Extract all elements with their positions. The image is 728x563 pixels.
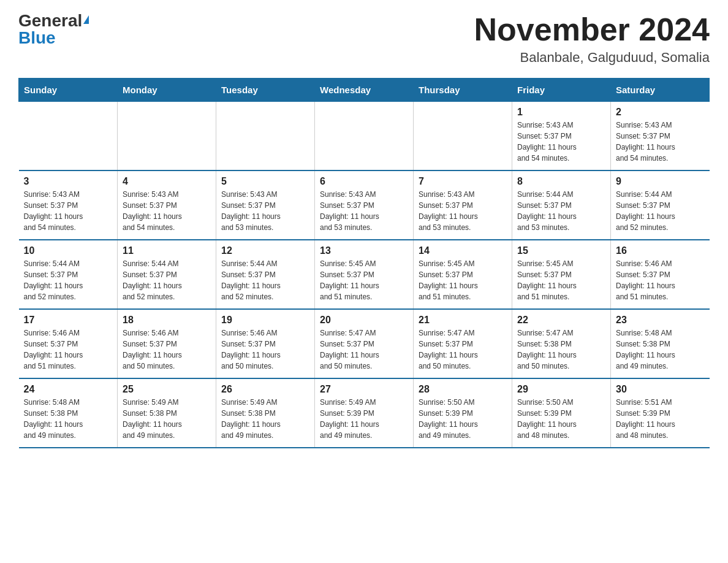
day-number: 14 <box>419 245 507 256</box>
day-number: 2 <box>616 107 705 118</box>
day-info: Sunrise: 5:45 AMSunset: 5:37 PMDaylight:… <box>320 258 408 302</box>
calendar-cell: 1Sunrise: 5:43 AMSunset: 5:37 PMDaylight… <box>512 102 611 171</box>
day-info: Sunrise: 5:44 AMSunset: 5:37 PMDaylight:… <box>517 189 605 233</box>
calendar-cell: 12Sunrise: 5:44 AMSunset: 5:37 PMDayligh… <box>216 240 315 309</box>
day-info: Sunrise: 5:44 AMSunset: 5:37 PMDaylight:… <box>24 258 113 302</box>
day-number: 9 <box>616 176 705 187</box>
header-thursday: Thursday <box>414 79 512 102</box>
day-number: 28 <box>419 384 507 395</box>
calendar-cell: 8Sunrise: 5:44 AMSunset: 5:37 PMDaylight… <box>512 170 611 240</box>
calendar-cell: 3Sunrise: 5:43 AMSunset: 5:37 PMDaylight… <box>19 170 118 240</box>
calendar-cell: 19Sunrise: 5:46 AMSunset: 5:37 PMDayligh… <box>216 309 315 378</box>
calendar-cell <box>118 102 216 171</box>
logo-triangle-icon <box>83 15 89 24</box>
day-number: 5 <box>221 176 309 187</box>
header-wednesday: Wednesday <box>315 79 414 102</box>
calendar-cell <box>315 102 414 171</box>
day-info: Sunrise: 5:50 AMSunset: 5:39 PMDaylight:… <box>419 397 507 441</box>
day-number: 17 <box>24 315 113 326</box>
day-info: Sunrise: 5:45 AMSunset: 5:37 PMDaylight:… <box>517 258 605 302</box>
day-info: Sunrise: 5:43 AMSunset: 5:37 PMDaylight:… <box>616 120 705 164</box>
calendar-cell: 5Sunrise: 5:43 AMSunset: 5:37 PMDaylight… <box>216 170 315 240</box>
calendar-cell: 9Sunrise: 5:44 AMSunset: 5:37 PMDaylight… <box>611 170 710 240</box>
day-number: 12 <box>221 245 309 256</box>
day-number: 4 <box>123 176 211 187</box>
header-sunday: Sunday <box>19 79 118 102</box>
day-info: Sunrise: 5:46 AMSunset: 5:37 PMDaylight:… <box>616 258 705 302</box>
calendar-cell: 24Sunrise: 5:48 AMSunset: 5:38 PMDayligh… <box>19 378 118 448</box>
calendar-cell: 22Sunrise: 5:47 AMSunset: 5:38 PMDayligh… <box>512 309 611 378</box>
day-number: 25 <box>123 384 211 395</box>
day-number: 22 <box>517 315 605 326</box>
calendar-header-row: SundayMondayTuesdayWednesdayThursdayFrid… <box>19 79 710 102</box>
day-number: 21 <box>419 315 507 326</box>
page-title: November 2024 <box>474 12 710 47</box>
day-info: Sunrise: 5:43 AMSunset: 5:37 PMDaylight:… <box>419 189 507 233</box>
week-row-1: 1Sunrise: 5:43 AMSunset: 5:37 PMDaylight… <box>19 102 710 171</box>
day-info: Sunrise: 5:51 AMSunset: 5:39 PMDaylight:… <box>616 397 705 441</box>
day-info: Sunrise: 5:50 AMSunset: 5:39 PMDaylight:… <box>517 397 605 441</box>
day-number: 18 <box>123 315 211 326</box>
day-info: Sunrise: 5:47 AMSunset: 5:37 PMDaylight:… <box>419 327 507 372</box>
week-row-4: 17Sunrise: 5:46 AMSunset: 5:37 PMDayligh… <box>19 309 710 378</box>
day-info: Sunrise: 5:44 AMSunset: 5:37 PMDaylight:… <box>221 258 309 302</box>
week-row-5: 24Sunrise: 5:48 AMSunset: 5:38 PMDayligh… <box>19 378 710 448</box>
week-row-2: 3Sunrise: 5:43 AMSunset: 5:37 PMDaylight… <box>19 170 710 240</box>
calendar-cell: 29Sunrise: 5:50 AMSunset: 5:39 PMDayligh… <box>512 378 611 448</box>
calendar-cell <box>414 102 512 171</box>
logo: General Blue <box>18 12 89 47</box>
header-tuesday: Tuesday <box>216 79 315 102</box>
day-number: 15 <box>517 245 605 256</box>
calendar-cell: 30Sunrise: 5:51 AMSunset: 5:39 PMDayligh… <box>611 378 710 448</box>
calendar-cell: 21Sunrise: 5:47 AMSunset: 5:37 PMDayligh… <box>414 309 512 378</box>
calendar-cell <box>216 102 315 171</box>
calendar-cell: 16Sunrise: 5:46 AMSunset: 5:37 PMDayligh… <box>611 240 710 309</box>
day-info: Sunrise: 5:43 AMSunset: 5:37 PMDaylight:… <box>221 189 309 233</box>
header-friday: Friday <box>512 79 611 102</box>
day-number: 1 <box>517 107 605 118</box>
day-info: Sunrise: 5:46 AMSunset: 5:37 PMDaylight:… <box>123 327 211 372</box>
day-number: 13 <box>320 245 408 256</box>
calendar-cell: 20Sunrise: 5:47 AMSunset: 5:37 PMDayligh… <box>315 309 414 378</box>
day-info: Sunrise: 5:43 AMSunset: 5:37 PMDaylight:… <box>24 189 113 233</box>
day-number: 29 <box>517 384 605 395</box>
day-info: Sunrise: 5:47 AMSunset: 5:38 PMDaylight:… <box>517 327 605 372</box>
day-info: Sunrise: 5:43 AMSunset: 5:37 PMDaylight:… <box>517 120 605 164</box>
logo-general-text: General <box>18 12 82 29</box>
day-number: 10 <box>24 245 113 256</box>
calendar-cell: 28Sunrise: 5:50 AMSunset: 5:39 PMDayligh… <box>414 378 512 448</box>
calendar-cell: 27Sunrise: 5:49 AMSunset: 5:39 PMDayligh… <box>315 378 414 448</box>
day-number: 24 <box>24 384 113 395</box>
calendar-cell: 18Sunrise: 5:46 AMSunset: 5:37 PMDayligh… <box>118 309 216 378</box>
calendar-cell: 26Sunrise: 5:49 AMSunset: 5:38 PMDayligh… <box>216 378 315 448</box>
week-row-3: 10Sunrise: 5:44 AMSunset: 5:37 PMDayligh… <box>19 240 710 309</box>
day-info: Sunrise: 5:46 AMSunset: 5:37 PMDaylight:… <box>221 327 309 372</box>
day-info: Sunrise: 5:45 AMSunset: 5:37 PMDaylight:… <box>419 258 507 302</box>
day-number: 26 <box>221 384 309 395</box>
page-subtitle: Balanbale, Galguduud, Somalia <box>474 50 710 66</box>
calendar-cell: 25Sunrise: 5:49 AMSunset: 5:38 PMDayligh… <box>118 378 216 448</box>
day-info: Sunrise: 5:43 AMSunset: 5:37 PMDaylight:… <box>123 189 211 233</box>
title-area: November 2024 Balanbale, Galguduud, Soma… <box>474 12 710 66</box>
calendar-cell: 10Sunrise: 5:44 AMSunset: 5:37 PMDayligh… <box>19 240 118 309</box>
day-number: 3 <box>24 176 113 187</box>
day-info: Sunrise: 5:47 AMSunset: 5:37 PMDaylight:… <box>320 327 408 372</box>
header-monday: Monday <box>118 79 216 102</box>
calendar-cell: 11Sunrise: 5:44 AMSunset: 5:37 PMDayligh… <box>118 240 216 309</box>
calendar-cell <box>19 102 118 171</box>
calendar-cell: 14Sunrise: 5:45 AMSunset: 5:37 PMDayligh… <box>414 240 512 309</box>
day-info: Sunrise: 5:48 AMSunset: 5:38 PMDaylight:… <box>616 327 705 372</box>
day-info: Sunrise: 5:49 AMSunset: 5:38 PMDaylight:… <box>123 397 211 441</box>
page-header: General Blue November 2024 Balanbale, Ga… <box>18 12 710 66</box>
day-number: 19 <box>221 315 309 326</box>
day-info: Sunrise: 5:46 AMSunset: 5:37 PMDaylight:… <box>24 327 113 372</box>
day-info: Sunrise: 5:44 AMSunset: 5:37 PMDaylight:… <box>123 258 211 302</box>
calendar-cell: 2Sunrise: 5:43 AMSunset: 5:37 PMDaylight… <box>611 102 710 171</box>
day-number: 8 <box>517 176 605 187</box>
day-info: Sunrise: 5:49 AMSunset: 5:39 PMDaylight:… <box>320 397 408 441</box>
day-number: 23 <box>616 315 705 326</box>
day-info: Sunrise: 5:49 AMSunset: 5:38 PMDaylight:… <box>221 397 309 441</box>
day-info: Sunrise: 5:44 AMSunset: 5:37 PMDaylight:… <box>616 189 705 233</box>
calendar-cell: 23Sunrise: 5:48 AMSunset: 5:38 PMDayligh… <box>611 309 710 378</box>
day-number: 11 <box>123 245 211 256</box>
